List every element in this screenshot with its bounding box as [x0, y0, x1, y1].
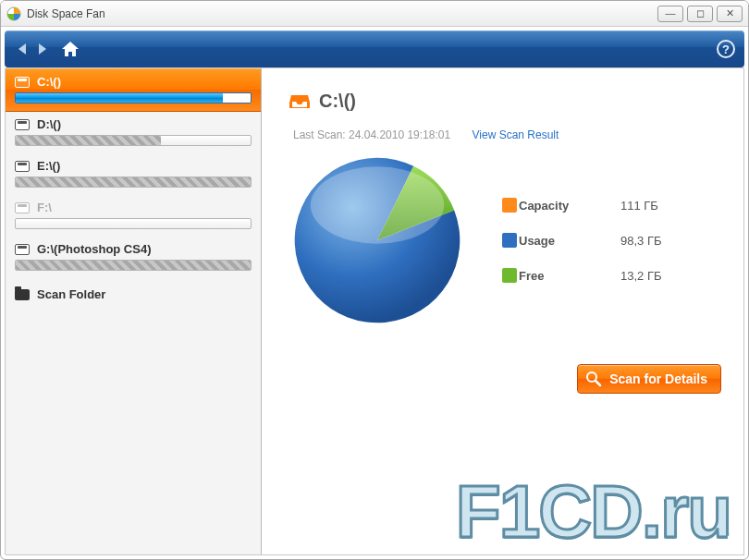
view-scan-result-link[interactable]: View Scan Result — [473, 128, 559, 141]
watermark: F1CD.ru — [456, 469, 731, 554]
home-button[interactable] — [60, 40, 80, 58]
minimize-button[interactable]: — — [657, 6, 683, 22]
drive-icon — [289, 93, 310, 110]
legend-swatch-usage — [502, 233, 517, 248]
svg-line-2 — [596, 381, 600, 385]
usage-bar — [15, 135, 252, 146]
usage-bar — [15, 92, 252, 103]
legend-capacity-label: Capacity — [519, 199, 620, 213]
legend-usage-value: 98,3 ГБ — [620, 234, 694, 248]
drive-label: E:\() — [37, 159, 60, 173]
content-title: C:\() — [319, 91, 356, 112]
sidebar-drive-1[interactable]: D:\() — [6, 112, 261, 153]
legend: Capacity 111 ГБ Usage 98,3 ГБ Free 13,2 … — [502, 198, 694, 283]
help-button[interactable]: ? — [717, 40, 735, 58]
scan-folder-button[interactable]: Scan Folder — [6, 278, 261, 310]
disk-icon — [15, 77, 30, 88]
close-button[interactable]: ✕ — [717, 6, 743, 22]
drive-label: F:\ — [37, 201, 52, 214]
nav-back-button[interactable] — [14, 41, 31, 57]
folder-icon — [15, 289, 30, 300]
last-scan-label: Last Scan: — [293, 128, 346, 141]
legend-free-value: 13,2 ГБ — [620, 269, 694, 283]
window-controls: — ◻ ✕ — [657, 6, 743, 22]
sidebar: C:\()D:\()E:\()F:\G:\(Photoshop CS4)Scan… — [5, 67, 262, 555]
pie-highlight — [311, 166, 444, 244]
last-scan-row: Last Scan: 24.04.2010 19:18:01 View Scan… — [293, 128, 716, 141]
scan-for-details-button[interactable]: Scan for Details — [577, 364, 721, 394]
disk-icon — [15, 244, 30, 255]
legend-swatch-capacity — [502, 198, 517, 213]
disk-icon — [15, 161, 30, 172]
sidebar-drive-2[interactable]: E:\() — [6, 153, 261, 195]
nav-forward-button[interactable] — [34, 41, 51, 57]
drive-label: C:\() — [37, 75, 61, 89]
sidebar-drive-0[interactable]: C:\() — [6, 68, 261, 112]
main-area: C:\()D:\()E:\()F:\G:\(Photoshop CS4)Scan… — [5, 67, 744, 555]
usage-bar — [15, 177, 252, 188]
legend-capacity-value: 111 ГБ — [620, 199, 694, 213]
legend-free-label: Free — [519, 269, 620, 283]
sidebar-drive-4[interactable]: G:\(Photoshop CS4) — [6, 237, 261, 278]
chevron-right-icon — [39, 43, 46, 55]
drive-label: G:\(Photoshop CS4) — [37, 242, 152, 256]
legend-usage-label: Usage — [519, 234, 620, 248]
search-icon — [585, 371, 602, 387]
pie-chart — [289, 152, 465, 328]
scan-button-label: Scan for Details — [609, 371, 707, 386]
scan-folder-label: Scan Folder — [37, 287, 105, 301]
content-panel: C:\() Last Scan: 24.04.2010 19:18:01 Vie… — [262, 67, 744, 555]
content-title-row: C:\() — [289, 91, 716, 112]
disk-icon — [15, 202, 30, 213]
disk-icon — [15, 119, 30, 130]
chevron-left-icon — [18, 43, 26, 55]
sidebar-drive-3[interactable]: F:\ — [6, 195, 261, 237]
drive-label: D:\() — [37, 117, 61, 131]
nav-group — [14, 41, 51, 57]
usage-bar — [15, 260, 252, 271]
maximize-button[interactable]: ◻ — [687, 6, 713, 22]
titlebar: Disk Space Fan — ◻ ✕ — [1, 1, 748, 27]
legend-swatch-free — [502, 268, 517, 283]
window-title: Disk Space Fan — [27, 7, 657, 20]
app-logo-icon — [6, 6, 21, 21]
usage-bar — [15, 218, 252, 229]
last-scan-value: 24.04.2010 19:18:01 — [349, 128, 450, 141]
toolbar: ? — [5, 30, 744, 67]
